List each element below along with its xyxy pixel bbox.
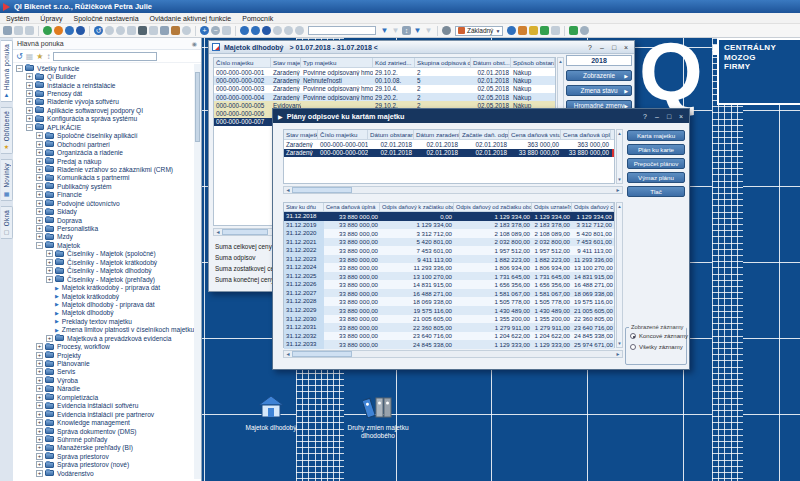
plan-row-31.12.2018[interactable]: 31.12.201833 880 000,000,001 129 334,001… [284, 212, 614, 221]
scroll-right-icon[interactable]: ► [614, 187, 622, 193]
tree-item-kompletiz-cia[interactable]: +Kompletizácia [13, 393, 194, 401]
asset-row-3[interactable]: 000-000-000-003ZaradenýPovinne odpisovan… [214, 85, 555, 93]
plan-row-31.12.2025[interactable]: 31.12.202533 880 000,0013 100 270,001 73… [284, 272, 614, 281]
view-refresh-icon[interactable] [507, 26, 516, 35]
tree-item-seln-ky-majetok-spolo-n[interactable]: +Číselníky - Majetok (spoločné) [13, 250, 194, 258]
expander-icon[interactable]: − [26, 124, 33, 131]
button-v-maz-pl-nu[interactable]: Výmaz plánu [627, 172, 685, 183]
tree-item-riadenie-vz-ahov-so-z-kazn-kmi-crm[interactable]: +Riadenie vzťahov so zákazníkmi (CRM) [13, 165, 194, 173]
desktop-icon-druhy-zmien[interactable]: Druhy zmien majetku dlhodobého [330, 395, 426, 439]
expander-icon[interactable]: − [36, 242, 43, 249]
plan-row-31.12.2019[interactable]: 31.12.201933 880 000,001 129 334,002 183… [284, 221, 614, 230]
tree-item-aplik-cie[interactable]: −APLIKÁCIE [13, 123, 194, 131]
expander-icon[interactable]: + [26, 98, 33, 105]
expander-icon[interactable]: + [36, 394, 43, 401]
column-header-odpis-da-ov-k-za-iatku-obdobia[interactable]: Odpis daňový k začiatku obdobia [380, 203, 454, 211]
expander-icon[interactable]: + [36, 343, 43, 350]
tree-item-spolo-n-seln-ky-aplik-ci[interactable]: +Spoločné číselníky aplikácií [13, 132, 194, 140]
expander-icon[interactable]: + [36, 191, 43, 198]
column-header-skupina-odpisov-da-ov[interactable]: Skupina odpisová daňová [415, 58, 471, 67]
sort-icon[interactable]: ↕ [402, 26, 411, 35]
tracking-icon[interactable] [149, 26, 158, 35]
column-header-cena-da-ov-pln[interactable]: Cena daňová úplná [324, 203, 380, 211]
filter-icon[interactable]: ▼ [380, 26, 389, 35]
export-icon[interactable] [171, 26, 180, 35]
tree-item-organiz-cia-a-riadenie[interactable]: +Organizácia a riadenie [13, 148, 194, 156]
db-refresh-icon[interactable] [54, 26, 63, 35]
plan-row-31.12.2033[interactable]: 31.12.203333 880 000,0024 845 338,001 12… [284, 340, 614, 349]
tree-item-riadenie-v-voja-softv-ru[interactable]: +Riadenie vývoja softvéru [13, 98, 194, 106]
help-icon[interactable] [580, 26, 589, 35]
expander-icon[interactable]: + [36, 352, 43, 359]
plan-row-31.12.2023[interactable]: 31.12.202333 880 000,009 411 113,001 882… [284, 255, 614, 264]
desktop-icon-majetok-dlhodoby[interactable]: Majetok dlhodobý [233, 395, 309, 432]
plan-row-31.12.2032[interactable]: 31.12.203233 880 000,0023 640 716,001 20… [284, 332, 614, 341]
column-header-za-atie-da-odpisu[interactable]: Začatie daň. odpisu [460, 130, 509, 139]
menu-syst-m[interactable]: Systém [6, 15, 29, 22]
expander-icon[interactable]: + [26, 90, 33, 97]
close-icon[interactable]: × [676, 112, 686, 121]
card-row-2[interactable]: Zaradený000-000-000-00202.01.201802.01.2… [284, 149, 614, 158]
tree-item-projekty[interactable]: +Projekty [13, 351, 194, 359]
plan-table-header[interactable]: Stav ku dňuCena daňová úplnáOdpis daňový… [284, 203, 614, 212]
plan-row-31.12.2027[interactable]: 31.12.202733 880 000,0016 488 271,001 58… [284, 289, 614, 298]
scroll-down-icon[interactable]: ▼ [617, 177, 621, 182]
column-header-d-tum-obstarania[interactable]: Dátum obstarania [368, 130, 414, 139]
expander-icon[interactable]: + [36, 233, 43, 240]
tree-item-predaj-a-n-kup[interactable]: +Predaj a nákup [13, 157, 194, 165]
expander-icon[interactable]: + [36, 183, 43, 190]
expander-icon[interactable]: + [36, 385, 43, 392]
expander-icon[interactable]: + [36, 411, 43, 418]
column-header-d-tum-zaradenia[interactable]: Dátum zaradenia [414, 130, 460, 139]
scroll-up-icon[interactable]: ▲ [617, 131, 621, 136]
expander-icon[interactable]: + [36, 436, 43, 443]
tree-item-spr-va-priestorov-nov[interactable]: +Správa priestorov (nové) [13, 461, 194, 469]
tree-item-pl-novanie[interactable]: +Plánovanie [13, 359, 194, 367]
scroll-up-icon[interactable]: ▲ [617, 204, 621, 209]
asset-row-4[interactable]: 000-000-000-004ZaradenýPovinne odpisovan… [214, 93, 555, 101]
column-header-stav-majetku[interactable]: Stav majetku [271, 58, 301, 67]
expander-icon[interactable]: + [36, 444, 43, 451]
nav-prev-icon[interactable] [251, 26, 260, 35]
expander-icon[interactable]: + [36, 368, 43, 375]
hscroll-thumb[interactable] [292, 351, 352, 357]
tree-item-publika-n-syst-m[interactable]: +Publikačný systém [13, 182, 194, 190]
nav-last-icon[interactable] [273, 26, 282, 35]
column-header-stav-majetku[interactable]: Stav majetku [284, 130, 318, 139]
close-icon[interactable]: × [621, 43, 631, 52]
expander-icon[interactable]: + [36, 428, 43, 435]
refresh-icon[interactable] [116, 26, 125, 35]
help-icon[interactable]: ? [585, 43, 595, 52]
expander-icon[interactable]: + [36, 461, 43, 468]
toolbar-filter-input[interactable] [308, 26, 376, 35]
expander-icon[interactable]: + [36, 174, 43, 181]
pin-icon[interactable]: ◉ [192, 40, 197, 47]
radio-icon[interactable] [630, 344, 636, 350]
plan-row-31.12.2030[interactable]: 31.12.203033 880 000,0021 005 605,001 35… [284, 315, 614, 324]
expander-icon[interactable]: + [46, 335, 53, 342]
favorite-star-icon[interactable]: ★ [36, 52, 43, 61]
mail-icon[interactable] [529, 26, 538, 35]
column-header-stav-ku-d-u[interactable]: Stav ku dňu [284, 203, 324, 211]
tree-item-mana-rske-preh-ady-bi[interactable]: +Manažérske prehľady (BI) [13, 444, 194, 452]
menu-pomocn-k[interactable]: Pomocník [242, 15, 273, 22]
tree-item-preklady-textov-majetku[interactable]: ▶Preklady textov majetku [13, 317, 194, 325]
menu-search-input[interactable] [53, 52, 157, 61]
tree-item-konfigur-cia-a-spr-va-syst-mu[interactable]: +Konfigurácia a správa systému [13, 115, 194, 123]
filter-off-icon[interactable]: ▼ [424, 26, 433, 35]
tree-item-majetok-dlhodob[interactable]: ▶Majetok dlhodobý [13, 309, 194, 317]
plan-row-31.12.2028[interactable]: 31.12.202833 880 000,0018 069 338,001 50… [284, 297, 614, 306]
db-connect-icon[interactable] [65, 26, 74, 35]
cards-table-header[interactable]: Stav majetkuČíslo majetkuDátum obstarani… [284, 130, 614, 140]
menu-pravy[interactable]: Úpravy [40, 15, 62, 22]
tree-item-majetkov-a-prev-dzkov-evidencia[interactable]: +Majetková a prevádzková evidencia [13, 334, 194, 342]
sidebar-tab-okn[interactable]: Okná▢ [1, 206, 13, 239]
grid-check-icon[interactable] [540, 26, 549, 35]
expander-icon[interactable]: + [36, 402, 43, 409]
pencil-icon[interactable] [551, 26, 560, 35]
column-header-d-tum-obst[interactable]: Dátum obst... [471, 58, 511, 67]
minimize-icon[interactable]: – [652, 112, 662, 121]
tree-item-financie[interactable]: +Financie [13, 191, 194, 199]
asset-table-header[interactable]: Číslo majetkuStav majetkuTyp majetkuKód … [214, 58, 555, 68]
column-header-slo-majetku[interactable]: Číslo majetku [318, 130, 368, 139]
